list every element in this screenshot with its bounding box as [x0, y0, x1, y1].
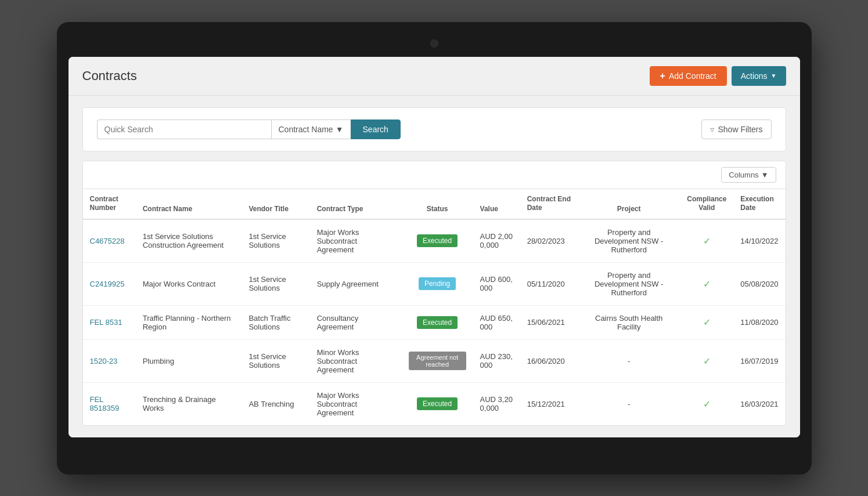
table-row: C4675228 1st Service Solutions Construct…: [83, 219, 786, 263]
cell-project: Property and Development NSW - Rutherfor…: [578, 219, 680, 263]
add-contract-button[interactable]: + Add Contract: [650, 66, 727, 86]
th-vendor-title: Vendor Title: [242, 189, 309, 219]
cell-status: Executed: [402, 382, 473, 425]
cell-project: -: [578, 382, 680, 425]
status-badge: Agreement not reached: [409, 352, 466, 370]
cell-contract-type: Minor Works Subcontract Agreement: [310, 339, 402, 382]
th-contract-name: Contract Name: [136, 189, 242, 219]
dropdown-caret-icon: ▼: [336, 125, 344, 134]
cell-status: Executed: [402, 305, 473, 339]
cell-contract-name: Major Works Contract: [136, 262, 242, 305]
cell-contract-type: Major Works Subcontract Agreement: [310, 219, 402, 263]
cell-status: Pending: [402, 262, 473, 305]
filters-label: Show Filters: [718, 125, 762, 134]
filter-icon: ▿: [710, 125, 714, 134]
cell-contract-number[interactable]: FEL 8518359: [83, 382, 136, 425]
cell-status: Executed: [402, 219, 473, 263]
cell-execution-date: 16/07/2019: [733, 339, 785, 382]
cell-project: -: [578, 339, 680, 382]
table-header-row: ContractNumber Contract Name Vendor Titl…: [83, 189, 786, 219]
th-status: Status: [402, 189, 473, 219]
cell-contract-number[interactable]: C2419925: [83, 262, 136, 305]
columns-button[interactable]: Columns ▼: [721, 167, 776, 183]
cell-contract-number[interactable]: FEL 8531: [83, 305, 136, 339]
plus-icon: +: [660, 71, 665, 81]
cell-contract-type: Consultancy Agreement: [310, 305, 402, 339]
cell-value: AUD 600, 000: [473, 262, 520, 305]
columns-caret-icon: ▼: [761, 171, 769, 179]
check-icon: ✓: [687, 356, 726, 367]
cell-vendor-title: Batch Traffic Solutions: [242, 305, 309, 339]
search-row: Contract Name ▼ Search ▿ Show Filters: [97, 120, 772, 139]
table-toolbar: Columns ▼: [83, 161, 786, 189]
cell-end-date: 15/12/2021: [520, 382, 578, 425]
cell-vendor-title: AB Trenching: [242, 382, 309, 425]
th-value: Value: [473, 189, 520, 219]
cell-value: AUD 230, 000: [473, 339, 520, 382]
cell-status: Agreement not reached: [402, 339, 473, 382]
cell-compliance: ✓: [680, 382, 733, 425]
cell-value: AUD 650, 000: [473, 305, 520, 339]
actions-label: Actions: [741, 71, 768, 81]
contract-number-link[interactable]: C2419925: [90, 280, 125, 288]
screen: Contracts + Add Contract Actions ▼ Contr…: [69, 57, 800, 437]
check-icon: ✓: [687, 236, 726, 247]
th-compliance-valid: ComplianceValid: [680, 189, 733, 219]
contract-name-dropdown[interactable]: Contract Name ▼: [271, 120, 351, 139]
status-badge: Pending: [419, 277, 456, 290]
device-camera: [430, 39, 438, 48]
cell-end-date: 05/11/2020: [520, 262, 578, 305]
cell-vendor-title: 1st Service Solutions: [242, 262, 309, 305]
cell-value: AUD 3,20 0,000: [473, 382, 520, 425]
header-actions: + Add Contract Actions ▼: [650, 66, 786, 86]
cell-vendor-title: 1st Service Solutions: [242, 219, 309, 263]
cell-compliance: ✓: [680, 339, 733, 382]
columns-label: Columns: [729, 171, 758, 179]
cell-compliance: ✓: [680, 305, 733, 339]
dropdown-label: Contract Name: [279, 125, 333, 134]
th-project: Project: [578, 189, 680, 219]
status-badge: Executed: [417, 316, 458, 329]
cell-contract-name: 1st Service Solutions Construction Agree…: [136, 219, 242, 263]
cell-contract-number[interactable]: 1520-23: [83, 339, 136, 382]
actions-caret-icon: ▼: [771, 73, 777, 79]
th-contract-type: Contract Type: [310, 189, 402, 219]
check-icon: ✓: [687, 399, 726, 410]
cell-vendor-title: 1st Service Solutions: [242, 339, 309, 382]
status-badge: Executed: [417, 234, 458, 247]
cell-execution-date: 05/08/2020: [733, 262, 785, 305]
contract-number-link[interactable]: 1520-23: [90, 357, 118, 365]
th-execution-date: ExecutionDate: [733, 189, 785, 219]
search-input[interactable]: [97, 120, 271, 139]
search-button-label: Search: [363, 125, 388, 134]
table-container: Columns ▼ ContractNumber Contract Name V…: [82, 161, 786, 426]
cell-contract-name: Plumbing: [136, 339, 242, 382]
cell-end-date: 15/06/2021: [520, 305, 578, 339]
search-panel: Contract Name ▼ Search ▿ Show Filters: [82, 107, 786, 151]
cell-contract-number[interactable]: C4675228: [83, 219, 136, 263]
cell-end-date: 16/06/2020: [520, 339, 578, 382]
cell-value: AUD 2,00 0,000: [473, 219, 520, 263]
cell-execution-date: 11/08/2020: [733, 305, 785, 339]
cell-contract-name: Traffic Planning - Northern Region: [136, 305, 242, 339]
contract-number-link[interactable]: C4675228: [90, 237, 125, 245]
cell-contract-type: Supply Agreement: [310, 262, 402, 305]
contracts-table: ContractNumber Contract Name Vendor Titl…: [83, 189, 786, 425]
check-icon: ✓: [687, 317, 726, 328]
th-contract-end-date: Contract EndDate: [520, 189, 578, 219]
table-row: C2419925 Major Works Contract 1st Servic…: [83, 262, 786, 305]
cell-execution-date: 14/10/2022: [733, 219, 785, 263]
th-contract-number: ContractNumber: [83, 189, 136, 219]
cell-compliance: ✓: [680, 219, 733, 263]
contract-number-link[interactable]: FEL 8531: [90, 318, 123, 327]
device-frame: Contracts + Add Contract Actions ▼ Contr…: [57, 22, 812, 475]
cell-contract-type: Major Works Subcontract Agreement: [310, 382, 402, 425]
add-contract-label: Add Contract: [669, 71, 716, 81]
actions-button[interactable]: Actions ▼: [732, 66, 786, 86]
search-button[interactable]: Search: [351, 120, 401, 139]
table-row: FEL 8531 Traffic Planning - Northern Reg…: [83, 305, 786, 339]
cell-contract-name: Trenching & Drainage Works: [136, 382, 242, 425]
show-filters-button[interactable]: ▿ Show Filters: [701, 120, 771, 139]
cell-project: Cairns South Health Facility: [578, 305, 680, 339]
contract-number-link[interactable]: FEL 8518359: [90, 395, 120, 412]
